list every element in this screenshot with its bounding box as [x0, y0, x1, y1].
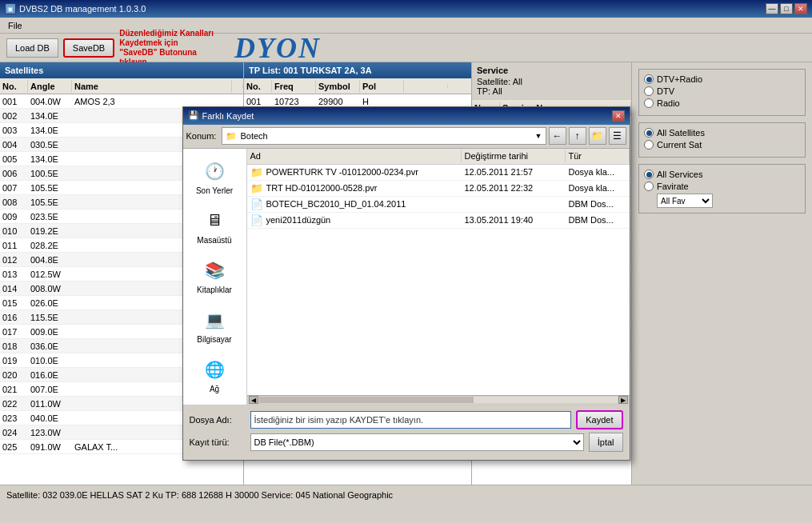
dialog-location-value: Botech — [240, 131, 267, 141]
app-icon: ▣ — [5, 3, 16, 14]
nav-recent[interactable]: 🕐 Son Yerler — [186, 155, 243, 198]
dialog-overlay: 💾 Farklı Kaydet ✕ Konum: 📁 Botech ▼ ← ↑ … — [0, 62, 812, 504]
nav-network-label: Ağ — [210, 385, 219, 393]
dialog-new-folder-button[interactable]: 📁 — [589, 127, 606, 145]
list-item[interactable]: 📄yeni2011düzgün 13.05.2011 19:40 DBM Dos… — [247, 213, 630, 229]
nav-network[interactable]: 🌐 Ağ — [186, 353, 243, 397]
list-item[interactable]: 📁TRT HD-01012000-0528.pvr 12.05.2011 22:… — [247, 181, 630, 197]
toolbar: Load DB SaveDB Düzenlediğimiz KanallarıK… — [0, 34, 812, 62]
scroll-right-button[interactable]: ▶ — [618, 396, 628, 404]
filelist-body[interactable]: 📁POWERTURK TV -01012000-0234.pvr 12.05.2… — [247, 165, 630, 395]
nav-computer[interactable]: 💻 Bilgisayar — [186, 304, 243, 347]
dialog-cancel-button[interactable]: İptal — [589, 433, 623, 452]
recent-icon: 🕐 — [202, 158, 227, 184]
minimize-button[interactable]: — — [766, 3, 778, 14]
dialog-nav: 🕐 Son Yerler 🖥 Masaüstü 📚 Kitaplıklar 💻 … — [183, 149, 247, 405]
folder-icon: 📁 — [250, 166, 263, 178]
filetype-select[interactable]: DB File(*.DBM) — [250, 433, 584, 451]
list-item[interactable]: 📁POWERTURK TV -01012000-0234.pvr 12.05.2… — [247, 165, 630, 181]
filename-row: Dosya Adı: Kaydet — [190, 410, 623, 429]
file-icon: 📄 — [250, 198, 263, 210]
combo-arrow-icon: ▼ — [535, 132, 542, 140]
dialog-back-button[interactable]: ← — [549, 127, 566, 145]
libraries-icon: 📚 — [202, 258, 227, 283]
scroll-track — [259, 397, 618, 403]
maximize-button[interactable]: □ — [780, 3, 793, 14]
menu-file[interactable]: File — [3, 20, 27, 31]
dialog-menu-button[interactable]: ☰ — [609, 127, 626, 145]
title-bar: ▣ DVBS2 DB management 1.0.3.0 — □ ✕ — [0, 0, 812, 18]
nav-computer-label: Bilgisayar — [197, 335, 231, 344]
filename-label: Dosya Adı: — [190, 415, 246, 425]
nav-libraries[interactable]: 📚 Kitaplıklar — [186, 254, 243, 297]
dialog-title-text: Farklı Kaydet — [202, 111, 254, 121]
dialog-location-combo[interactable]: 📁 Botech ▼ — [222, 127, 546, 145]
network-icon: 🌐 — [202, 357, 227, 382]
scroll-left-button[interactable]: ◀ — [249, 396, 258, 404]
load-db-button[interactable]: Load DB — [6, 38, 58, 58]
filetype-row: Kayıt türü: DB File(*.DBM) İptal — [190, 433, 623, 452]
dialog-title-bar: 💾 Farklı Kaydet ✕ — [183, 107, 630, 125]
col-date-header: Değiştirme tarihi — [462, 150, 566, 162]
file-icon: 📄 — [250, 214, 263, 226]
nav-desktop[interactable]: 🖥 Masaüstü — [186, 205, 243, 248]
desktop-icon: 🖥 — [202, 208, 227, 234]
nav-libraries-label: Kitaplıklar — [197, 285, 232, 294]
dialog-bottom: Dosya Adı: Kaydet Kayıt türü: DB File(*.… — [183, 405, 630, 460]
scroll-thumb — [259, 397, 474, 403]
nav-recent-label: Son Yerler — [196, 186, 233, 195]
filename-input[interactable] — [250, 411, 572, 429]
annotation-text: Düzenlediğimiz KanallarıKaydetmek için"S… — [119, 29, 214, 67]
col-type-header: Tür — [566, 150, 630, 162]
col-name-header: Ad — [247, 150, 462, 162]
dialog-title-icon: 💾 — [188, 110, 199, 121]
folder-icon: 📁 — [226, 131, 237, 142]
save-db-button[interactable]: SaveDB — [63, 38, 114, 58]
dyon-logo: DYON — [234, 31, 321, 65]
folder-icon: 📁 — [250, 182, 263, 194]
filelist-header: Ad Değiştirme tarihi Tür — [247, 149, 630, 165]
dialog-up-button[interactable]: ↑ — [569, 127, 586, 145]
filetype-label: Kayıt türü: — [190, 437, 246, 447]
dialog-toolbar: Konum: 📁 Botech ▼ ← ↑ 📁 ☰ — [183, 125, 630, 149]
horizontal-scrollbar[interactable]: ◀ ▶ — [247, 395, 630, 405]
main-area: Satellites No. Angle Name 001004.0WAMOS … — [0, 62, 812, 504]
dialog-body: 🕐 Son Yerler 🖥 Masaüstü 📚 Kitaplıklar 💻 … — [183, 149, 630, 405]
window-title: DVBS2 DB management 1.0.3.0 — [19, 4, 146, 14]
list-item[interactable]: 📄BOTECH_BC2010_HD_01.04.2011 DBM Dos... — [247, 197, 630, 213]
nav-desktop-label: Masaüstü — [197, 236, 231, 245]
computer-icon: 💻 — [202, 307, 227, 333]
dialog-save-button[interactable]: Kaydet — [576, 410, 622, 429]
dialog-filelist: Ad Değiştirme tarihi Tür 📁POWERTURK TV -… — [247, 149, 630, 405]
save-dialog: 💾 Farklı Kaydet ✕ Konum: 📁 Botech ▼ ← ↑ … — [182, 106, 630, 461]
close-button[interactable]: ✕ — [794, 3, 807, 14]
dialog-location-label: Konum: — [186, 131, 217, 141]
dialog-close-button[interactable]: ✕ — [612, 110, 625, 122]
